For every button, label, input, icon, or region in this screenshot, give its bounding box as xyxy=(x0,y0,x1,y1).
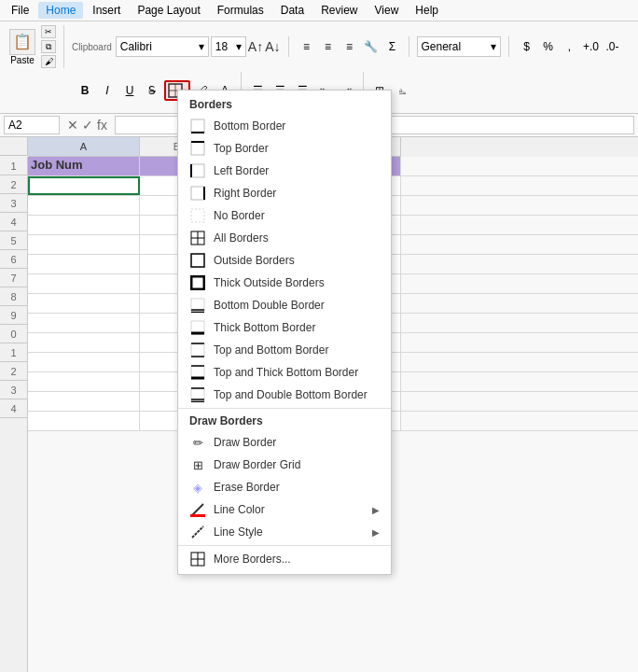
cell-a9[interactable] xyxy=(28,314,140,332)
menu-insert[interactable]: Insert xyxy=(85,2,128,19)
font-size-decrease-icon[interactable]: A↓ xyxy=(265,39,280,54)
cell-a12[interactable] xyxy=(28,372,140,391)
comma-button[interactable]: , xyxy=(560,36,580,57)
align-left-top-button[interactable]: ≡ xyxy=(297,36,317,57)
row-header-6[interactable]: 6 xyxy=(0,250,27,269)
border-thick-outside-icon xyxy=(189,274,206,291)
font-name-dropdown-icon[interactable]: ▾ xyxy=(199,40,204,53)
align-right-top-button[interactable]: ≡ xyxy=(340,36,360,57)
format-painter-button[interactable]: 🖌 xyxy=(41,55,56,68)
col-header-a[interactable]: A xyxy=(28,137,140,156)
cut-button[interactable]: ✂ xyxy=(41,25,56,38)
row-header-13[interactable]: 3 xyxy=(0,381,27,399)
formula-confirm-icon[interactable]: ✓ xyxy=(82,118,93,133)
draw-border-label: Draw Border xyxy=(214,436,276,449)
border-outside-item[interactable]: Outside Borders xyxy=(178,249,391,272)
menu-home[interactable]: Home xyxy=(38,2,83,19)
italic-button[interactable]: I xyxy=(97,80,118,101)
decimal-inc-button[interactable]: +.0 xyxy=(581,36,602,57)
menu-formulas[interactable]: Formulas xyxy=(210,2,271,19)
border-top-double-bottom-item[interactable]: Top and Double Bottom Border xyxy=(178,384,391,406)
cell-a8[interactable] xyxy=(28,294,140,313)
align-center-top-button[interactable]: ≡ xyxy=(318,36,339,57)
menu-file[interactable]: File xyxy=(4,2,36,19)
number-format-dropdown-icon[interactable]: ▾ xyxy=(491,40,496,53)
border-right-item[interactable]: Right Border xyxy=(178,182,391,204)
menu-page-layout[interactable]: Page Layout xyxy=(130,2,207,19)
row-header-10[interactable]: 0 xyxy=(0,325,27,343)
draw-border-item[interactable]: ✏ Draw Border xyxy=(178,431,391,454)
line-color-icon xyxy=(189,501,206,518)
border-top-bottom-item[interactable]: Top and Bottom Border xyxy=(178,339,391,361)
cell-a2[interactable] xyxy=(28,176,140,195)
more-borders-icon xyxy=(189,551,206,567)
border-top-thick-bottom-icon xyxy=(189,364,206,381)
row-header-11[interactable]: 1 xyxy=(0,343,27,362)
row-header-12[interactable]: 2 xyxy=(0,362,27,381)
row-header-2[interactable]: 2 xyxy=(0,175,27,194)
row-header-9[interactable]: 9 xyxy=(0,306,27,325)
row-header-3[interactable]: 3 xyxy=(0,194,27,213)
menu-view[interactable]: View xyxy=(368,2,407,19)
fill-color-button[interactable]: 🔧 xyxy=(361,36,381,57)
cell-a13[interactable] xyxy=(28,392,140,411)
row-header-8[interactable]: 8 xyxy=(0,287,27,306)
row-header-1[interactable]: 1 xyxy=(0,157,27,175)
strikethrough-button[interactable]: S̶ xyxy=(142,80,162,101)
row-header-14[interactable]: 4 xyxy=(0,399,27,418)
font-name-box[interactable]: Calibri ▾ xyxy=(116,36,209,57)
border-top-label: Top Border xyxy=(214,142,269,155)
menu-review[interactable]: Review xyxy=(313,2,365,19)
cell-ref-box[interactable]: A2 xyxy=(4,116,60,134)
border-bottom-item[interactable]: Bottom Border xyxy=(178,115,391,137)
formula-fn-icon[interactable]: fx xyxy=(97,118,107,133)
percent-button[interactable]: % xyxy=(538,36,559,57)
border-bottom-double-item[interactable]: Bottom Double Border xyxy=(178,294,391,316)
menu-data[interactable]: Data xyxy=(273,2,312,19)
line-color-label: Line Color xyxy=(214,503,265,516)
decimal-dec-button[interactable]: .0- xyxy=(603,36,623,57)
border-bottom-label: Bottom Border xyxy=(214,119,285,133)
row-header-5[interactable]: 5 xyxy=(0,231,27,250)
cell-a5[interactable] xyxy=(28,235,140,254)
cell-a14[interactable] xyxy=(28,412,140,430)
row-header-7[interactable]: 7 xyxy=(0,269,27,287)
border-top-item[interactable]: Top Border xyxy=(178,137,391,160)
clipboard-small-btns: ✂ ⧉ 🖌 xyxy=(41,25,56,68)
bold-button[interactable]: B xyxy=(75,80,95,101)
cell-a3[interactable] xyxy=(28,196,140,215)
cell-a10[interactable] xyxy=(28,333,140,352)
border-left-item[interactable]: Left Border xyxy=(178,160,391,182)
row-header-4[interactable]: 4 xyxy=(0,213,27,231)
border-none-item[interactable]: No Border xyxy=(178,204,391,227)
number-format-box[interactable]: General ▾ xyxy=(417,36,501,57)
cell-a4[interactable] xyxy=(28,216,140,234)
dollar-button[interactable]: $ xyxy=(517,36,537,57)
wrap-text-button[interactable]: ⎁ xyxy=(392,80,412,101)
menu-help[interactable]: Help xyxy=(408,2,446,19)
cell-a1[interactable]: Job Num xyxy=(28,157,140,175)
auto-sum-button[interactable]: Σ xyxy=(382,36,403,57)
line-color-item[interactable]: Line Color ▶ xyxy=(178,498,391,521)
border-thick-bottom-item[interactable]: Thick Bottom Border xyxy=(178,316,391,339)
border-top-thick-bottom-item[interactable]: Top and Thick Bottom Border xyxy=(178,361,391,384)
copy-button[interactable]: ⧉ xyxy=(41,40,56,53)
font-size-dropdown-icon[interactable]: ▾ xyxy=(236,40,242,53)
svg-line-34 xyxy=(192,526,203,538)
formula-cancel-icon[interactable]: ✕ xyxy=(67,118,78,133)
draw-border-grid-item[interactable]: ⊞ Draw Border Grid xyxy=(178,454,391,476)
border-all-item[interactable]: All Borders xyxy=(178,227,391,249)
paste-button[interactable]: 📋 Paste xyxy=(6,27,39,67)
underline-button[interactable]: U xyxy=(119,80,140,101)
more-borders-label: More Borders... xyxy=(214,553,291,566)
cell-a6[interactable] xyxy=(28,255,140,273)
borders-divider-2 xyxy=(178,545,391,546)
font-size-box[interactable]: 18 ▾ xyxy=(211,36,246,57)
more-borders-item[interactable]: More Borders... xyxy=(178,548,391,570)
border-thick-outside-item[interactable]: Thick Outside Borders xyxy=(178,272,391,294)
cell-a11[interactable] xyxy=(28,353,140,371)
cell-a7[interactable] xyxy=(28,274,140,293)
font-size-increase-icon[interactable]: A↑ xyxy=(248,39,263,54)
line-style-item[interactable]: Line Style ▶ xyxy=(178,521,391,543)
erase-border-item[interactable]: ◈ Erase Border xyxy=(178,476,391,498)
